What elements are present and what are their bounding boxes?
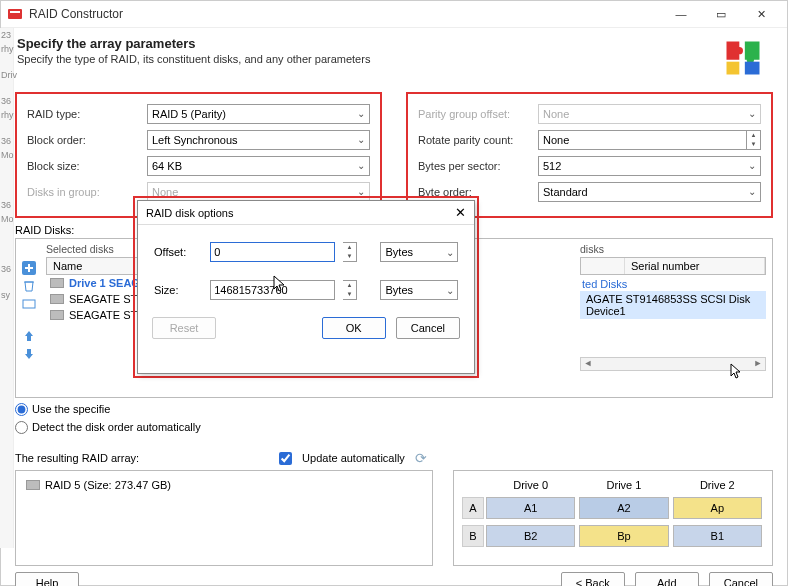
cancel-button[interactable]: Cancel <box>709 572 773 586</box>
byte-order-label: Byte order: <box>418 186 538 198</box>
radio-detect-auto[interactable] <box>15 421 28 434</box>
grid-row: BB2BpB1 <box>462 525 764 547</box>
modal-close-icon[interactable]: ✕ <box>455 205 466 220</box>
block-order-label: Block order: <box>27 134 147 146</box>
page-subtitle: Specify the type of RAID, its constituen… <box>17 53 721 65</box>
puzzle-icon <box>721 36 765 80</box>
byte-order-select[interactable]: Standard⌄ <box>538 182 761 202</box>
back-button[interactable]: < Back <box>561 572 625 586</box>
raid-disk-options-dialog: RAID disk options ✕ Offset: ▲▼ Bytes⌄ Si… <box>137 200 475 374</box>
delete-disk-icon[interactable] <box>22 279 36 293</box>
block-size-select[interactable]: 64 KB⌄ <box>147 156 370 176</box>
rotate-parity-label: Rotate parity count: <box>418 134 538 146</box>
update-auto-label: Update automatically <box>302 452 405 464</box>
grid-cell: Bp <box>579 525 668 547</box>
grid-cell: Ap <box>673 497 762 519</box>
bytes-per-sector-select[interactable]: 512⌄ <box>538 156 761 176</box>
grid-cell: A2 <box>579 497 668 519</box>
modal-cancel-button[interactable]: Cancel <box>396 317 460 339</box>
grid-cell: A1 <box>486 497 575 519</box>
svg-rect-3 <box>23 300 35 308</box>
move-up-icon[interactable] <box>22 329 36 343</box>
maximize-button[interactable]: ▭ <box>701 1 741 27</box>
raid-type-select[interactable]: RAID 5 (Parity)⌄ <box>147 104 370 124</box>
help-button[interactable]: Help <box>15 572 79 586</box>
page-title: Specify the array parameters <box>17 36 721 51</box>
grid-col-header: Drive 2 <box>671 479 764 491</box>
block-order-select[interactable]: Left Synchronous⌄ <box>147 130 370 150</box>
size-input[interactable] <box>210 280 335 300</box>
svg-rect-1 <box>10 11 20 13</box>
parity-offset-label: Parity group offset: <box>418 108 538 120</box>
rotate-parity-spin[interactable]: None▲▼ <box>538 130 761 150</box>
result-array-box: RAID 5 (Size: 273.47 GB) <box>15 470 433 566</box>
cursor-icon-2 <box>730 363 744 379</box>
connected-disk-item[interactable]: AGATE ST9146853SS SCSI Disk Device1 <box>580 291 766 319</box>
disks-in-group-label: Disks in group: <box>27 186 147 198</box>
offset-spinner[interactable]: ▲▼ <box>343 242 357 262</box>
minimize-button[interactable]: — <box>661 1 701 27</box>
bytes-per-sector-label: Bytes per sector: <box>418 160 538 172</box>
size-spinner[interactable]: ▲▼ <box>343 280 357 300</box>
result-label: The resulting RAID array: <box>15 452 139 464</box>
grid-col-header: Drive 0 <box>484 479 577 491</box>
disks-in-group-select: None⌄ <box>147 182 370 202</box>
modal-title: RAID disk options <box>146 207 455 219</box>
window-title: RAID Constructor <box>29 7 661 21</box>
grid-col-header: Drive 1 <box>577 479 670 491</box>
ok-button[interactable]: OK <box>322 317 386 339</box>
connected-col-partial: disks <box>580 243 766 255</box>
move-down-icon[interactable] <box>22 347 36 361</box>
raid-type-label: RAID type: <box>27 108 147 120</box>
add-button[interactable]: Add <box>635 572 699 586</box>
size-unit-select[interactable]: Bytes⌄ <box>380 280 458 300</box>
result-array-item[interactable]: RAID 5 (Size: 273.47 GB) <box>22 477 426 493</box>
grid-row: AA1A2Ap <box>462 497 764 519</box>
add-disk-icon[interactable] <box>22 261 36 275</box>
close-button[interactable]: ✕ <box>741 1 781 27</box>
size-label: Size: <box>154 284 202 296</box>
offset-label: Offset: <box>154 246 202 258</box>
app-icon <box>7 6 23 22</box>
offset-input[interactable] <box>210 242 335 262</box>
serial-col: Serial number <box>625 258 765 274</box>
layout-grid: Drive 0Drive 1Drive 2 AA1A2ApBB2BpB1 <box>453 470 773 566</box>
parity-offset-select: None⌄ <box>538 104 761 124</box>
block-size-label: Block size: <box>27 160 147 172</box>
page-header: Specify the array parameters Specify the… <box>1 28 787 88</box>
grid-cell: B1 <box>673 525 762 547</box>
connected-header: Serial number <box>580 257 766 275</box>
svg-rect-0 <box>8 9 22 19</box>
offset-unit-select[interactable]: Bytes⌄ <box>380 242 458 262</box>
edit-disk-icon[interactable] <box>22 297 36 311</box>
titlebar: RAID Constructor — ▭ ✕ <box>1 1 787 28</box>
update-auto-checkbox[interactable] <box>279 452 292 465</box>
grid-cell: B2 <box>486 525 575 547</box>
reset-button: Reset <box>152 317 216 339</box>
radio-use-specified[interactable] <box>15 403 28 416</box>
refresh-icon[interactable]: ⟳ <box>415 450 427 466</box>
connected-disks-title: ted Disks <box>582 278 766 290</box>
